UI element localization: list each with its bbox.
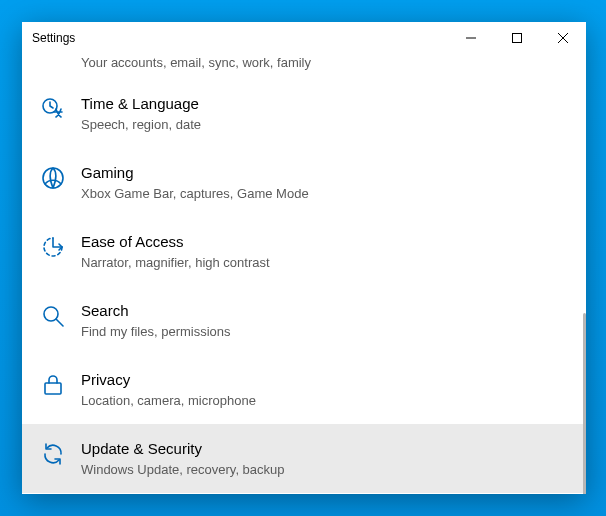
item-title: Gaming xyxy=(81,163,309,183)
settings-item-time-language[interactable]: Time & Language Speech, region, date xyxy=(22,79,586,148)
settings-item-gaming[interactable]: Gaming Xbox Game Bar, captures, Game Mod… xyxy=(22,148,586,217)
update-security-icon xyxy=(40,441,66,467)
svg-point-5 xyxy=(43,168,63,188)
window-controls xyxy=(448,22,586,53)
settings-item-update-security[interactable]: Update & Security Windows Update, recove… xyxy=(22,424,586,493)
item-desc: Find my files, permissions xyxy=(81,323,231,340)
item-desc: Location, camera, microphone xyxy=(81,392,256,409)
minimize-button[interactable] xyxy=(448,22,494,53)
scrollbar-thumb[interactable] xyxy=(583,313,586,494)
gaming-icon xyxy=(40,165,66,191)
item-title: Privacy xyxy=(81,370,256,390)
maximize-icon xyxy=(512,33,522,43)
privacy-icon xyxy=(40,372,66,398)
minimize-icon xyxy=(466,33,476,43)
item-title: Time & Language xyxy=(81,94,201,114)
scrollbar[interactable] xyxy=(582,313,586,492)
window-title: Settings xyxy=(32,31,75,45)
settings-list: Your accounts, email, sync, work, family… xyxy=(22,53,586,494)
settings-window: Settings Your account xyxy=(22,22,586,494)
time-language-icon xyxy=(40,96,66,122)
titlebar[interactable]: Settings xyxy=(22,22,586,53)
item-desc: Windows Update, recovery, backup xyxy=(81,461,285,478)
settings-item-privacy[interactable]: Privacy Location, camera, microphone xyxy=(22,355,586,424)
item-title: Ease of Access xyxy=(81,232,270,252)
search-icon xyxy=(40,303,66,329)
desktop-background: Settings Your account xyxy=(0,0,606,516)
close-button[interactable] xyxy=(540,22,586,53)
item-title: Update & Security xyxy=(81,439,285,459)
item-desc: Narrator, magnifier, high contrast xyxy=(81,254,270,271)
settings-item-search[interactable]: Search Find my files, permissions xyxy=(22,286,586,355)
svg-rect-1 xyxy=(513,33,522,42)
settings-categories: Your accounts, email, sync, work, family… xyxy=(22,53,586,494)
svg-line-7 xyxy=(56,319,63,326)
ease-of-access-icon xyxy=(40,234,66,260)
close-icon xyxy=(558,33,568,43)
settings-item-ease-of-access[interactable]: Ease of Access Narrator, magnifier, high… xyxy=(22,217,586,286)
settings-item-accounts[interactable]: Your accounts, email, sync, work, family xyxy=(22,53,586,79)
maximize-button[interactable] xyxy=(494,22,540,53)
svg-rect-8 xyxy=(45,383,61,394)
item-title: Search xyxy=(81,301,231,321)
item-desc: Your accounts, email, sync, work, family xyxy=(81,54,311,71)
item-desc: Xbox Game Bar, captures, Game Mode xyxy=(81,185,309,202)
item-desc: Speech, region, date xyxy=(81,116,201,133)
